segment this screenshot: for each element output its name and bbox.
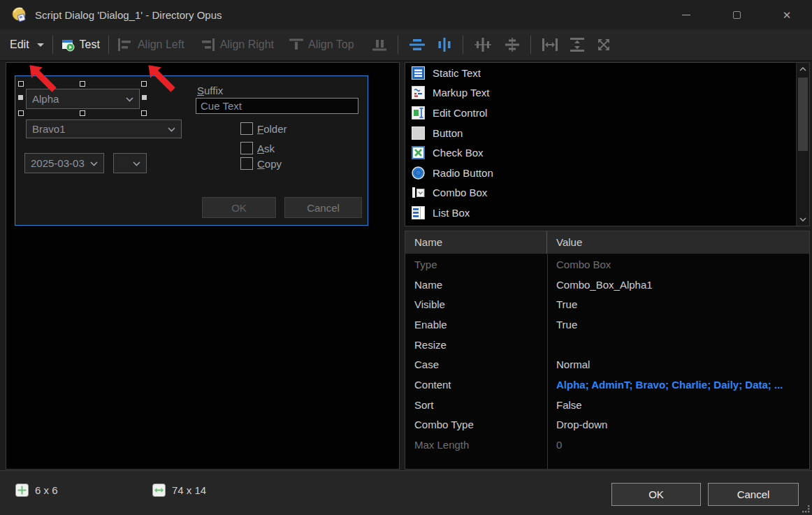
maximize-button[interactable] <box>711 0 762 29</box>
date-combo-box[interactable]: 2025-03-03 <box>24 153 104 173</box>
chevron-down-icon <box>799 217 806 222</box>
dialog-designer-canvas[interactable]: Alpha Suffix Bravo1 2025-03-03 <box>6 62 400 470</box>
scroll-down-button[interactable] <box>797 213 809 226</box>
test-button-label: Test <box>80 38 100 51</box>
designed-ok-button[interactable]: OK <box>202 197 276 218</box>
selection-handle-bottom-right[interactable] <box>141 110 147 116</box>
property-row-max-length[interactable]: Max Length 0 <box>405 435 809 455</box>
selection-handle-middle-right[interactable] <box>142 95 147 100</box>
cancel-button[interactable]: Cancel <box>708 483 799 506</box>
size-icon <box>152 484 166 497</box>
window-title: Script Dialog 'Dialog_1' - Directory Opu… <box>35 9 222 21</box>
chevron-up-icon <box>799 67 806 71</box>
designed-cancel-button[interactable]: Cancel <box>284 197 362 218</box>
palette-item-list-box[interactable]: List Box <box>405 203 796 223</box>
column-header-name[interactable]: Name <box>405 231 547 254</box>
ok-button[interactable]: OK <box>611 483 701 506</box>
center-vertically-button[interactable] <box>435 38 454 52</box>
list-box-icon <box>412 206 425 219</box>
selection-handle-top-center[interactable] <box>80 81 85 87</box>
property-row-name[interactable]: Name Combo_Box_Alpha1 <box>405 275 809 295</box>
ask-checkbox[interactable] <box>240 142 253 154</box>
selection-handle-middle-left[interactable] <box>18 95 23 100</box>
test-button[interactable]: Test <box>61 38 100 52</box>
toolbar-separator <box>108 36 109 54</box>
edit-menu-label: Edit <box>10 38 29 51</box>
property-row-type[interactable]: Type Combo Box <box>405 254 809 275</box>
maximize-icon <box>733 11 741 19</box>
space-horizontally-icon <box>474 38 491 52</box>
palette-item-static-text[interactable]: Static Text <box>405 63 796 83</box>
align-right-button[interactable]: Align Right <box>200 38 274 51</box>
property-row-visible[interactable]: Visible True <box>405 294 809 314</box>
palette-item-edit-control[interactable]: Edit Control <box>405 103 796 123</box>
edit-control-icon <box>412 106 425 119</box>
same-size-icon <box>597 38 611 52</box>
alpha-combo-value: Alpha <box>32 93 59 105</box>
selection-handle-top-right[interactable] <box>141 81 147 87</box>
column-header-value[interactable]: Value <box>547 231 582 254</box>
align-right-label: Align Right <box>220 38 274 51</box>
palette-item-button[interactable]: Button <box>405 123 796 143</box>
toolbar-separator <box>52 36 53 54</box>
same-height-icon <box>570 38 584 52</box>
align-top-button[interactable]: Align Top <box>289 38 354 51</box>
bravo-combo-box[interactable]: Bravo1 <box>26 119 182 138</box>
palette-item-radio-button[interactable]: Radio Button <box>405 163 796 183</box>
space-horizontally-button[interactable] <box>472 38 494 52</box>
space-vertically-button[interactable] <box>502 38 522 52</box>
window-controls: ✕ <box>661 0 812 29</box>
toolbar-separator <box>463 36 463 54</box>
align-left-button[interactable]: Align Left <box>117 38 184 51</box>
property-row-enable[interactable]: Enable True <box>405 314 809 335</box>
designed-dialog-surface[interactable]: Alpha Suffix Bravo1 2025-03-03 <box>15 75 368 226</box>
empty-combo-box[interactable] <box>113 153 147 173</box>
center-horizontally-button[interactable] <box>407 38 428 51</box>
scrollbar-thumb[interactable] <box>798 78 808 151</box>
suffix-label: Suffix <box>197 85 223 96</box>
close-button[interactable]: ✕ <box>762 0 812 29</box>
property-row-resize[interactable]: Resize <box>405 335 809 355</box>
selection-handle-bottom-center[interactable] <box>80 110 85 116</box>
chevron-down-icon <box>90 161 98 166</box>
minimize-button[interactable] <box>661 0 711 29</box>
same-size-button[interactable] <box>594 38 614 52</box>
directory-opus-logo-icon <box>11 6 28 23</box>
chevron-down-icon <box>37 43 44 47</box>
palette-item-markup-text[interactable]: Markup Text <box>405 83 796 103</box>
suffix-input[interactable] <box>196 98 358 114</box>
selection-handle-top-left[interactable] <box>18 81 24 87</box>
folder-checkbox-label: Folder <box>257 123 287 135</box>
folder-checkbox[interactable] <box>240 122 253 135</box>
property-row-combo-type[interactable]: Combo Type Drop-down <box>405 415 809 435</box>
size-indicator: 74 x 14 <box>152 484 206 497</box>
ask-checkbox-label: Ask <box>257 143 275 154</box>
scroll-up-button[interactable] <box>797 63 809 75</box>
selection-handle-bottom-left[interactable] <box>18 110 24 116</box>
resize-grip[interactable] <box>801 504 810 513</box>
align-bottom-icon <box>372 38 386 51</box>
toolbar: Edit Test Align Left Align Right <box>0 29 812 61</box>
palette-item-combo-box[interactable]: Combo Box <box>405 183 796 203</box>
chevron-down-icon <box>126 97 133 102</box>
edit-menu-button[interactable]: Edit <box>10 38 44 51</box>
copy-checkbox-label: Copy <box>257 158 282 170</box>
copy-checkbox[interactable] <box>240 157 253 170</box>
bravo-combo-value: Bravo1 <box>32 123 66 135</box>
properties-header: Name Value <box>405 231 809 254</box>
same-width-button[interactable] <box>539 38 560 51</box>
palette-scrollbar[interactable] <box>796 63 809 226</box>
chevron-down-icon <box>133 161 140 166</box>
property-row-sort[interactable]: Sort False <box>405 395 809 415</box>
property-row-case[interactable]: Case Normal <box>405 354 809 375</box>
same-height-button[interactable] <box>567 38 587 52</box>
property-row-content[interactable]: Content Alpha; AdminT; Bravo; Charlie; D… <box>405 375 809 395</box>
align-left-icon <box>117 38 133 51</box>
align-left-label: Align Left <box>138 38 184 51</box>
align-bottom-button[interactable] <box>370 38 389 51</box>
palette-item-check-box[interactable]: Check Box <box>405 143 796 163</box>
size-value: 74 x 14 <box>172 484 206 496</box>
button-icon <box>412 126 425 140</box>
alpha-combo-box[interactable]: Alpha <box>26 89 140 109</box>
title-bar: Script Dialog 'Dialog_1' - Directory Opu… <box>0 0 812 29</box>
